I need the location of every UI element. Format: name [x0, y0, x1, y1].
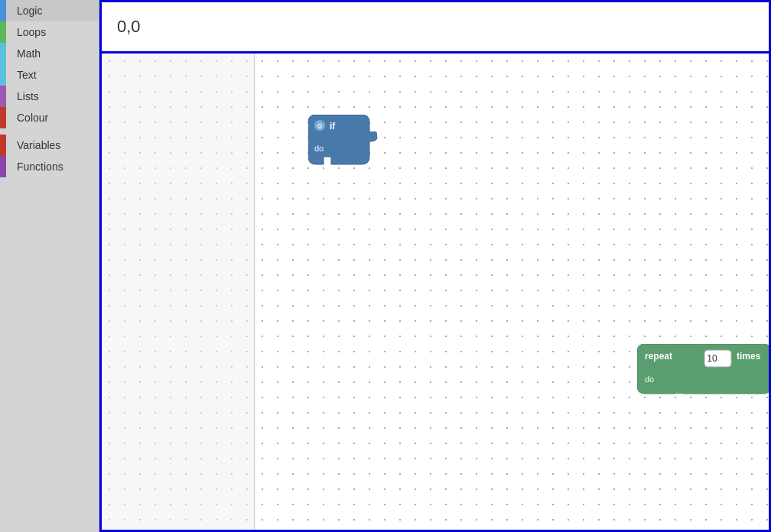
lists-color-bar	[0, 86, 6, 107]
sidebar-label-colour: Colour	[17, 112, 48, 124]
loops-color-bar	[0, 21, 6, 43]
svg-text:10: 10	[707, 353, 717, 364]
svg-rect-10	[674, 386, 689, 394]
sidebar-item-variables[interactable]: Variables	[0, 135, 99, 156]
svg-text:⚙: ⚙	[317, 122, 323, 130]
repeat-block-svg: repeat 10 times do	[637, 344, 771, 401]
sidebar-label-lists: Lists	[17, 90, 39, 102]
sidebar-item-colour[interactable]: Colour	[0, 107, 99, 128]
logic-color-bar	[0, 0, 6, 21]
sidebar-label-variables: Variables	[17, 139, 60, 151]
coords-bar: 0,0	[99, 0, 771, 54]
math-color-bar	[0, 43, 6, 64]
repeat-block[interactable]: repeat 10 times do	[637, 344, 771, 404]
sidebar-item-loops[interactable]: Loops	[0, 21, 99, 43]
svg-text:do: do	[314, 144, 324, 153]
svg-text:repeat: repeat	[645, 351, 672, 362]
if-block[interactable]: ⚙ if do	[308, 115, 385, 171]
svg-text:do: do	[645, 375, 654, 384]
sidebar-item-math[interactable]: Math	[0, 43, 99, 64]
sidebar-item-logic[interactable]: Logic	[0, 0, 99, 21]
main-area: 0,0 ⚙ if do	[99, 0, 771, 532]
minimap	[102, 54, 255, 530]
canvas-area[interactable]: ⚙ if do repeat	[99, 54, 771, 532]
colour-color-bar	[0, 107, 6, 128]
coords-display: 0,0	[117, 17, 141, 37]
sidebar-label-logic: Logic	[17, 5, 42, 17]
svg-text:if: if	[330, 121, 336, 131]
sidebar-item-text[interactable]: Text	[0, 64, 99, 86]
svg-rect-4	[368, 131, 377, 139]
sidebar-item-lists[interactable]: Lists	[0, 86, 99, 107]
functions-color-bar	[0, 156, 6, 177]
sidebar-label-loops: Loops	[17, 26, 46, 38]
svg-text:times: times	[737, 351, 761, 362]
sidebar-item-functions[interactable]: Functions	[0, 156, 99, 177]
sidebar-label-text: Text	[17, 69, 37, 81]
variables-color-bar	[0, 135, 6, 156]
text-color-bar	[0, 64, 6, 86]
sidebar-label-functions: Functions	[17, 161, 63, 173]
sidebar: Logic Loops Math Text Lists Colour Varia…	[0, 0, 99, 532]
sidebar-label-math: Math	[17, 47, 41, 60]
if-block-svg: ⚙ if do	[308, 115, 385, 168]
